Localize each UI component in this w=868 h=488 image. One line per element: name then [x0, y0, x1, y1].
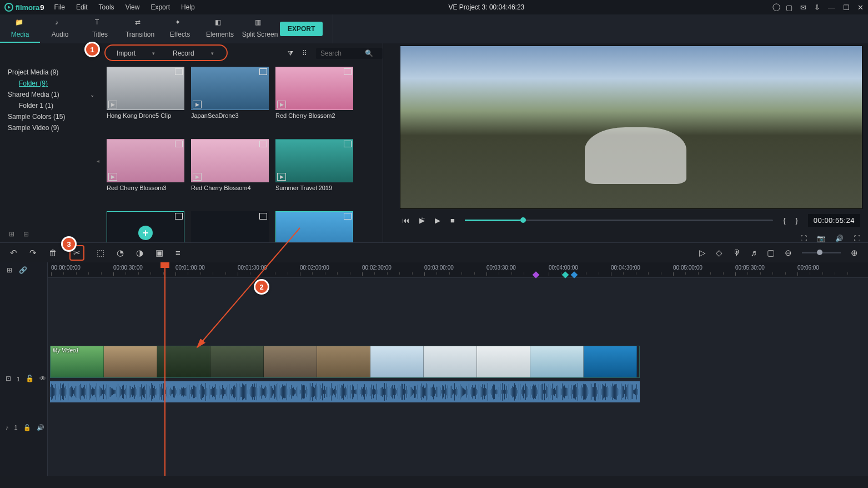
add-folder-icon[interactable]: ⊞ — [9, 230, 14, 238]
fullscreen-icon[interactable]: ⛶ — [854, 235, 860, 242]
remove-folder-icon[interactable]: ⊟ — [23, 230, 29, 238]
crop-icon[interactable]: ⬚ — [97, 248, 104, 258]
close-icon[interactable]: ✕ — [857, 3, 864, 12]
stop-icon[interactable]: ■ — [450, 216, 455, 225]
tree-project-media[interactable]: Project Media (9) — [0, 67, 101, 78]
mail-icon[interactable]: ✉ — [800, 3, 806, 12]
timeline-marker[interactable] — [562, 271, 569, 278]
zoom-slider[interactable] — [802, 252, 841, 253]
import-dropdown[interactable]: Import▾ — [109, 46, 163, 61]
add-to-timeline-icon[interactable]: + — [138, 226, 153, 240]
tab-titles[interactable]: TTitles — [80, 15, 120, 43]
split-icon: ▥ — [255, 18, 265, 28]
svg-rect-147 — [211, 389, 212, 395]
minimize-icon[interactable]: — — [828, 3, 835, 12]
visibility-icon[interactable]: 👁 — [39, 375, 46, 382]
mark-in-icon[interactable]: { — [783, 216, 785, 225]
project-title: VE Project 3: 00:04:46:23 — [195, 3, 778, 11]
tree-sample-colors[interactable]: Sample Colors (15) — [0, 111, 101, 122]
media-clip[interactable]: ▶VID_20190903_151707 — [191, 211, 269, 242]
snapshot-icon[interactable]: 📷 — [817, 235, 825, 242]
menu-help[interactable]: Help — [181, 3, 195, 11]
tab-media[interactable]: 📁Media — [0, 15, 40, 43]
svg-rect-510 — [614, 385, 615, 399]
export-button[interactable]: EXPORT — [280, 22, 323, 36]
media-clip[interactable]: ▶✓My Video1 — [275, 211, 353, 242]
menu-edit[interactable]: Edit — [76, 3, 88, 11]
menu-view[interactable]: View — [126, 3, 140, 11]
tab-elements[interactable]: ◧Elements — [200, 15, 240, 43]
tree-folder1[interactable]: Folder 1 (1) — [0, 100, 101, 111]
delete-icon[interactable]: 🗑 — [49, 248, 57, 257]
audio-waveform[interactable] — [48, 381, 868, 404]
mark-out-icon[interactable]: } — [795, 216, 797, 225]
timeline-marker[interactable] — [533, 271, 540, 278]
tree-collapse-handle[interactable]: ◂ — [97, 158, 99, 164]
greenscreen-icon[interactable]: ▣ — [155, 248, 163, 258]
preview-canvas[interactable] — [400, 46, 862, 209]
filter-icon[interactable]: ⧩ — [288, 49, 293, 57]
media-clip[interactable]: ▶Red Cherry Blossom4 — [191, 139, 269, 208]
svg-rect-61 — [116, 390, 116, 394]
tab-audio[interactable]: ♪Audio — [40, 15, 80, 43]
maximize-icon[interactable]: ☐ — [843, 3, 850, 12]
tab-effects[interactable]: ✦Effects — [160, 15, 200, 43]
media-clip[interactable]: ▶Red Cherry Blossom2 — [275, 67, 353, 136]
save-icon[interactable]: ▢ — [786, 3, 792, 12]
play-icon[interactable]: ▶ — [435, 216, 440, 225]
menu-export[interactable]: Export — [150, 3, 170, 11]
timeline-canvas[interactable]: 00:00:00:0000:00:30:0000:01:00:0000:01:3… — [48, 262, 868, 476]
menu-file[interactable]: File — [54, 3, 65, 11]
grid-view-icon[interactable]: ⠿ — [302, 49, 307, 57]
zoom-in-icon[interactable]: ⊕ — [851, 248, 858, 258]
link-icon[interactable]: 🔗 — [19, 266, 27, 274]
record-dropdown[interactable]: Record▾ — [165, 46, 222, 61]
prev-frame-icon[interactable]: ⏮ — [402, 216, 409, 225]
timeline-marker[interactable] — [571, 271, 578, 278]
media-clip[interactable]: ▶Hong Kong Drone5 Clip — [107, 67, 184, 136]
audio-track-header[interactable]: ♪1 🔓 🔊 — [0, 406, 47, 449]
volume-icon[interactable]: 🔊 — [835, 235, 844, 242]
svg-rect-95 — [153, 388, 154, 396]
tree-shared-media[interactable]: Shared Media (1)⌄ — [0, 89, 101, 100]
timeline-ruler[interactable]: 00:00:00:0000:00:30:0000:01:00:0000:01:3… — [48, 262, 868, 278]
marker-icon[interactable]: ◇ — [716, 248, 723, 258]
media-clip[interactable]: ▶JapanSeaDrone3 — [191, 67, 269, 136]
tree-sample-video[interactable]: Sample Video (9) — [0, 122, 101, 133]
timeline-clip-label: My Video1 — [53, 347, 79, 353]
tab-splitscreen[interactable]: ▥Split Screen — [240, 15, 280, 43]
svg-rect-234 — [308, 389, 308, 395]
render-icon[interactable]: ▷ — [699, 248, 706, 258]
svg-rect-461 — [560, 389, 560, 396]
tab-transition[interactable]: ⇄Transition — [120, 15, 160, 43]
svg-rect-116 — [177, 390, 177, 394]
video-track-header[interactable]: ⊡1 🔓 👁 — [0, 343, 47, 386]
timeline-clip[interactable]: My Video1 — [50, 346, 640, 378]
media-clip[interactable]: ▶Summer Travel 2019 — [275, 139, 353, 208]
mixer-icon[interactable]: ♬ — [751, 248, 757, 257]
mic-icon[interactable]: ⇩ — [814, 3, 820, 12]
add-track-icon[interactable]: ⊞ — [7, 266, 12, 274]
redo-icon[interactable]: ↷ — [29, 248, 37, 258]
speed-icon[interactable]: ◔ — [117, 248, 124, 258]
media-clip[interactable]: ▶Red Cherry Blossom3 — [107, 139, 184, 208]
media-clip[interactable]: ▶+VID_20190903_151617 — [107, 211, 184, 242]
quality-icon[interactable]: ⛶ — [800, 235, 807, 242]
undo-icon[interactable]: ↶ — [10, 248, 17, 258]
zoom-out-icon[interactable]: ⊖ — [785, 248, 792, 258]
playhead[interactable] — [164, 262, 165, 476]
adjust-icon[interactable]: ≡ — [175, 248, 180, 257]
mute-icon[interactable]: 🔊 — [37, 424, 44, 431]
color-icon[interactable]: ◑ — [136, 248, 143, 258]
tree-folder[interactable]: Folder (9) — [0, 78, 101, 89]
lock-icon[interactable]: 🔓 — [26, 375, 34, 382]
video-track[interactable]: My Video1 — [48, 346, 868, 381]
preview-progress[interactable] — [465, 220, 773, 221]
progress-knob[interactable] — [520, 217, 526, 223]
search-input[interactable]: 🔍 — [316, 48, 383, 59]
menu-tools[interactable]: Tools — [99, 3, 114, 11]
play-back-icon[interactable]: ▶⃖ — [419, 216, 425, 225]
snap-icon[interactable]: ▢ — [767, 248, 775, 258]
lock-icon[interactable]: 🔓 — [23, 424, 31, 431]
voiceover-icon[interactable]: 🎙 — [732, 248, 741, 257]
